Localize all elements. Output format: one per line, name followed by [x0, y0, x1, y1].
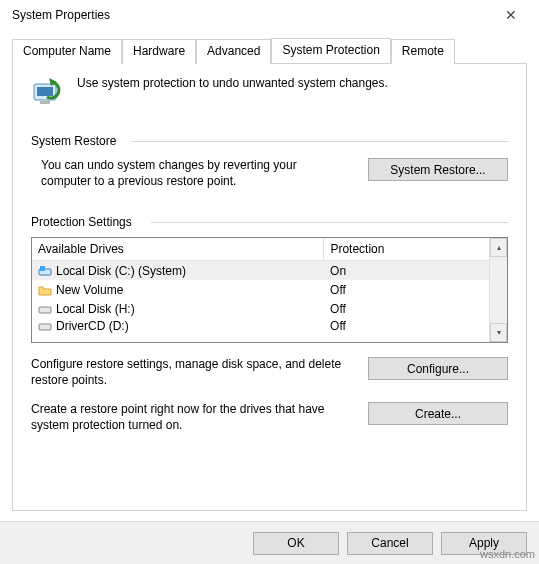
create-text: Create a restore point right now for the…: [31, 402, 348, 433]
drive-protection-label: Off: [324, 283, 489, 297]
intro-row: Use system protection to undo unwanted s…: [31, 76, 508, 110]
drive-name-label: DriverCD (D:): [56, 319, 129, 333]
dialog-footer: OK Cancel Apply: [0, 521, 539, 564]
cancel-button[interactable]: Cancel: [347, 532, 433, 555]
configure-text: Configure restore settings, manage disk …: [31, 357, 348, 388]
folder-icon: [38, 283, 52, 297]
drive-icon: [38, 302, 52, 316]
drive-system-icon: [38, 264, 52, 278]
svg-rect-5: [40, 266, 45, 271]
system-restore-row: You can undo system changes by reverting…: [41, 158, 508, 189]
drive-row[interactable]: Local Disk (H:) Off: [32, 299, 489, 318]
system-properties-window: System Properties ✕ Computer Name Hardwa…: [0, 0, 539, 564]
drive-protection-label: Off: [324, 319, 489, 333]
system-restore-button[interactable]: System Restore...: [368, 158, 508, 181]
drive-icon: [38, 319, 52, 333]
drive-row[interactable]: DriverCD (D:) Off: [32, 318, 489, 334]
create-button[interactable]: Create...: [368, 402, 508, 425]
drive-name-label: New Volume: [56, 283, 123, 297]
system-restore-text: You can undo system changes by reverting…: [41, 158, 348, 189]
tab-system-protection[interactable]: System Protection: [271, 38, 390, 63]
drives-scrollbar[interactable]: ▴ ▾: [489, 238, 507, 342]
configure-button[interactable]: Configure...: [368, 357, 508, 380]
tab-strip: Computer Name Hardware Advanced System P…: [12, 38, 527, 64]
configure-row: Configure restore settings, manage disk …: [31, 357, 508, 388]
svg-rect-2: [40, 101, 50, 104]
svg-rect-1: [37, 87, 53, 96]
tab-computer-name[interactable]: Computer Name: [12, 39, 122, 64]
tab-panel-system-protection: Use system protection to undo unwanted s…: [12, 64, 527, 511]
system-protection-icon: [31, 76, 65, 110]
scroll-up-button[interactable]: ▴: [490, 238, 507, 257]
create-row: Create a restore point right now for the…: [31, 402, 508, 433]
window-title: System Properties: [12, 8, 491, 22]
drive-protection-label: Off: [324, 302, 489, 316]
group-system-restore: System Restore: [31, 134, 508, 148]
svg-rect-7: [39, 324, 51, 330]
close-button[interactable]: ✕: [491, 7, 531, 23]
svg-rect-6: [39, 307, 51, 313]
tab-hardware[interactable]: Hardware: [122, 39, 196, 64]
titlebar: System Properties ✕: [0, 0, 539, 30]
column-protection[interactable]: Protection: [324, 238, 489, 260]
tab-advanced[interactable]: Advanced: [196, 39, 271, 64]
drive-protection-label: On: [324, 264, 489, 278]
watermark-text: wsxdn.com: [480, 548, 535, 560]
scroll-track[interactable]: [490, 257, 507, 323]
drive-row[interactable]: Local Disk (C:) (System) On: [32, 261, 489, 280]
ok-button[interactable]: OK: [253, 532, 339, 555]
intro-text: Use system protection to undo unwanted s…: [77, 76, 388, 90]
scroll-down-button[interactable]: ▾: [490, 323, 507, 342]
drive-row[interactable]: New Volume Off: [32, 280, 489, 299]
drive-name-label: Local Disk (H:): [56, 302, 135, 316]
drive-name-label: Local Disk (C:) (System): [56, 264, 186, 278]
tab-remote[interactable]: Remote: [391, 39, 455, 64]
column-available-drives[interactable]: Available Drives: [32, 238, 324, 260]
drives-header: Available Drives Protection: [32, 238, 489, 261]
drives-list: Available Drives Protection Local Disk (…: [31, 237, 508, 343]
group-protection-settings: Protection Settings: [31, 215, 508, 229]
